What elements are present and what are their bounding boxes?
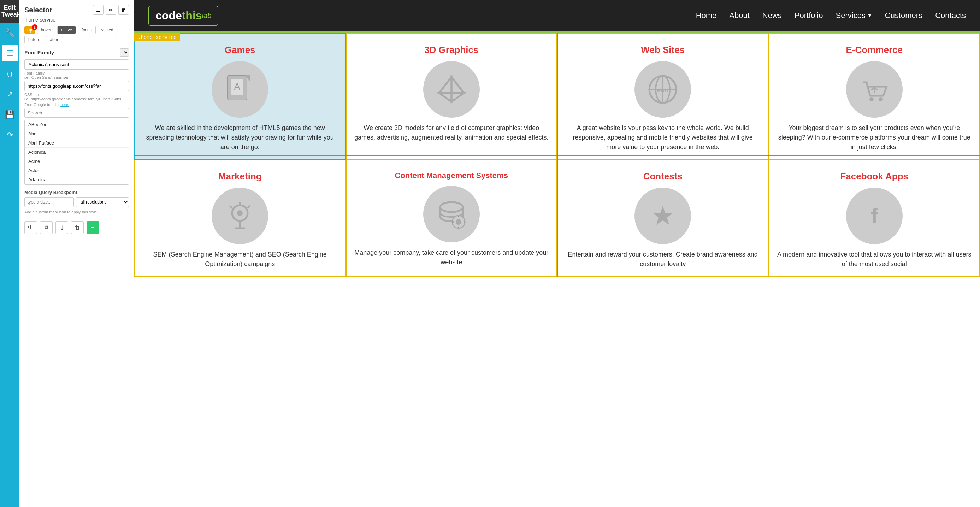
service-facebook-title: Facebook Apps bbox=[840, 171, 908, 182]
service-games-desc: We are skilled in the development of HTM… bbox=[142, 123, 338, 152]
nav-news[interactable]: News bbox=[762, 11, 782, 20]
font-family-label: Font Family bbox=[24, 48, 129, 57]
edit-selector-button[interactable]: ✏ bbox=[106, 5, 116, 15]
selector-tag: .home-service bbox=[134, 33, 180, 41]
nav-home[interactable]: Home bbox=[696, 11, 717, 20]
service-ecommerce-title: E-Commerce bbox=[846, 45, 903, 56]
selector-class: .home-service bbox=[24, 17, 129, 22]
service-games-icon: A bbox=[212, 61, 268, 118]
font-family-hint: Font Family i.e. 'Open Sans', sans-serif bbox=[24, 71, 129, 79]
svg-point-13 bbox=[869, 97, 873, 102]
service-marketing-icon bbox=[212, 188, 268, 244]
service-marketing-title: Marketing bbox=[218, 171, 262, 182]
service-contests-desc: Entertain and reward your customers. Cre… bbox=[565, 250, 761, 269]
svg-line-18 bbox=[248, 206, 250, 208]
delete-style-button[interactable]: 🗑 bbox=[71, 221, 84, 234]
mq-size-input[interactable] bbox=[24, 197, 74, 207]
media-query-row: all resolutions max-width min-width bbox=[24, 197, 129, 207]
media-query-label: Media Query Breakpoint bbox=[24, 190, 129, 195]
site-header: code this lab Home About News Portfolio … bbox=[134, 0, 980, 31]
before-badge[interactable]: before bbox=[24, 36, 44, 43]
svg-text:f: f bbox=[871, 204, 878, 227]
font-item-acme[interactable]: Acme bbox=[25, 157, 129, 166]
visited-badge[interactable]: visited bbox=[97, 26, 117, 34]
logo-box: code this lab bbox=[148, 6, 218, 26]
arrow-icon[interactable]: ↗ bbox=[2, 86, 18, 102]
font-search-input[interactable] bbox=[24, 108, 129, 118]
google-fonts-link[interactable]: here. bbox=[60, 102, 69, 107]
selector-header: Selector ☰ ✏ 🗑 bbox=[24, 5, 129, 15]
nav-services[interactable]: Services ▼ bbox=[836, 11, 872, 20]
service-facebook: Facebook Apps f A modern and innovative … bbox=[769, 160, 980, 277]
service-facebook-icon: f bbox=[846, 188, 903, 244]
hover-badge[interactable]: hover bbox=[37, 26, 56, 34]
preview-button[interactable]: 👁 bbox=[24, 221, 37, 234]
save-icon[interactable]: 💾 bbox=[2, 107, 18, 123]
code-icon[interactable]: { } bbox=[2, 66, 18, 82]
service-ecommerce-desc: Your biggest dream is to sell your produ… bbox=[776, 123, 972, 152]
font-item-aclonica[interactable]: Aclonica bbox=[25, 148, 129, 157]
service-games-title: Games bbox=[225, 45, 255, 56]
svg-text:www: www bbox=[657, 87, 669, 92]
css-link-input[interactable] bbox=[24, 81, 129, 91]
service-cms: Content Management Systems bbox=[346, 160, 557, 277]
font-item-abril[interactable]: Abril Fatface bbox=[25, 138, 129, 148]
service-3d-title: 3D Graphics bbox=[424, 45, 478, 56]
list-view-button[interactable]: ☰ bbox=[93, 5, 103, 15]
service-cms-desc: Manage your company, take care of your c… bbox=[354, 248, 550, 267]
mq-resolution-select[interactable]: all resolutions max-width min-width bbox=[76, 197, 129, 207]
font-item-abeezee[interactable]: ABeeZee bbox=[25, 120, 129, 129]
service-ecommerce: E-Commerce Your biggest dream is to sell… bbox=[769, 33, 980, 160]
active-badge[interactable]: active bbox=[57, 26, 76, 34]
svg-point-22 bbox=[440, 202, 463, 212]
edit-tweak-button[interactable]: Edit Tweak bbox=[0, 0, 19, 22]
state-badges: up 1 hover active focus visited before a… bbox=[24, 26, 129, 43]
focus-badge[interactable]: focus bbox=[78, 26, 96, 34]
selector-actions: ☰ ✏ 🗑 bbox=[93, 5, 129, 15]
service-ecommerce-icon bbox=[846, 61, 903, 118]
services-dropdown-arrow: ▼ bbox=[867, 13, 872, 18]
svg-text:A: A bbox=[234, 81, 240, 92]
service-facebook-desc: A modern and innovative tool that allows… bbox=[776, 250, 972, 269]
service-3d-graphics: 3D Graphics We create 3D models for any … bbox=[346, 33, 557, 160]
up-badge[interactable]: up 1 bbox=[24, 27, 35, 33]
font-item-abel[interactable]: Abel bbox=[25, 129, 129, 138]
service-3d-desc: We create 3D models for any field of com… bbox=[354, 123, 550, 142]
service-contests-icon bbox=[635, 188, 691, 244]
download-button[interactable]: ⤓ bbox=[56, 221, 68, 234]
service-games: .home-service Games A We are skilled in … bbox=[134, 33, 346, 160]
nav-contacts[interactable]: Contacts bbox=[935, 11, 966, 20]
share-icon[interactable]: ↷ bbox=[2, 127, 18, 143]
service-3d-icon bbox=[423, 61, 480, 118]
add-style-button[interactable]: + bbox=[87, 221, 99, 234]
sliders-icon[interactable]: ☰ bbox=[2, 45, 18, 62]
font-family-dropdown[interactable] bbox=[120, 48, 129, 57]
logo-lab: lab bbox=[202, 12, 212, 20]
copy-button[interactable]: ⧉ bbox=[40, 221, 52, 234]
nav-portfolio[interactable]: Portfolio bbox=[794, 11, 823, 20]
selector-panel: Selector ☰ ✏ 🗑 .home-service up 1 hover … bbox=[19, 0, 134, 507]
delete-selector-button[interactable]: 🗑 bbox=[118, 5, 129, 15]
main-area: code this lab Home About News Portfolio … bbox=[134, 0, 980, 507]
svg-line-17 bbox=[230, 206, 232, 208]
service-contests: Contests Entertain and reward your custo… bbox=[557, 160, 769, 277]
service-websites: Web Sites www A great website is your pa… bbox=[557, 33, 769, 160]
service-marketing-desc: SEM (Search Engine Management) and SEO (… bbox=[142, 250, 338, 269]
site-nav: Home About News Portfolio Services ▼ Cus… bbox=[696, 11, 966, 20]
nav-customers[interactable]: Customers bbox=[885, 11, 923, 20]
logo-this: this bbox=[182, 9, 202, 22]
nav-about[interactable]: About bbox=[729, 11, 750, 20]
css-link-hint: CSS Link i.e. https://fonts.googleapis.c… bbox=[24, 92, 129, 101]
service-contests-title: Contests bbox=[643, 171, 682, 182]
selector-title: Selector bbox=[24, 6, 52, 14]
wrench-icon[interactable]: 🔧 bbox=[2, 25, 18, 41]
font-item-actor[interactable]: Actor bbox=[25, 166, 129, 175]
site-content: .home-service Games A We are skilled in … bbox=[134, 33, 980, 507]
font-family-input[interactable] bbox=[24, 59, 129, 70]
site-logo: code this lab bbox=[148, 6, 218, 26]
left-panel: Edit Tweak 🔧 ☰ { } ↗ 💾 ↷ Selector ☰ ✏ 🗑 … bbox=[0, 0, 134, 507]
bottom-toolbar: 👁 ⧉ ⤓ 🗑 + bbox=[24, 218, 129, 237]
google-fonts-hint: Free Google font list here. bbox=[24, 102, 129, 107]
after-badge[interactable]: after bbox=[46, 36, 62, 43]
font-item-adamina[interactable]: Adamina bbox=[25, 175, 129, 184]
